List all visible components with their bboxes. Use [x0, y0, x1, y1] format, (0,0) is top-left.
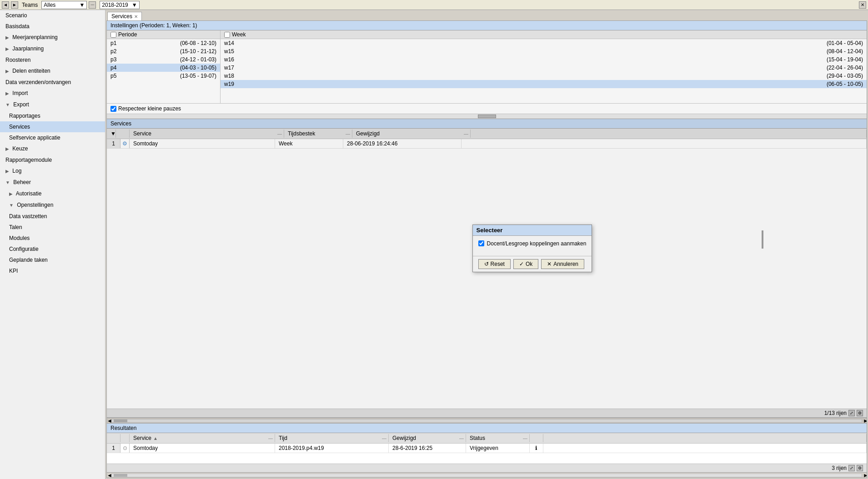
- r-col-info-header: [530, 434, 543, 442]
- periode-select-all-checkbox[interactable]: [110, 32, 116, 38]
- dialog-checkbox[interactable]: [478, 240, 484, 246]
- r-hscroll-right[interactable]: ►: [863, 472, 867, 479]
- r-hscroll-thumb[interactable]: [114, 474, 127, 477]
- dialog-annuleren-button[interactable]: ✕ Annuleren: [541, 259, 584, 269]
- periode-row-p4[interactable]: p4 (04-03 - 10-05): [107, 64, 220, 72]
- sidebar-item-meerjarenplanning[interactable]: ▶ Meerjarenplanning: [0, 32, 105, 43]
- r-col-status-header[interactable]: Status —: [466, 434, 530, 442]
- sidebar-item-rapportages[interactable]: Rapportages: [0, 110, 105, 121]
- sidebar-item-basisdata[interactable]: Basisdata: [0, 21, 105, 32]
- sidebar-item-rapportagemodule[interactable]: Rapportagemodule: [0, 155, 105, 165]
- services-footer: 1/13 rijen ⤢ ⚙: [107, 409, 867, 417]
- hscroll-right[interactable]: ►: [863, 418, 867, 424]
- sidebar-item-log[interactable]: ▶ Log: [0, 165, 105, 177]
- dialog-reset-button[interactable]: ↺ Reset: [478, 259, 511, 269]
- tab-close-icon[interactable]: ✕: [134, 14, 138, 19]
- year-value: 2018-2019: [102, 2, 128, 8]
- back-button[interactable]: ◄: [2, 1, 9, 9]
- periode-row-p3[interactable]: p3 (24-12 - 01-03): [107, 55, 220, 64]
- sidebar-item-talen[interactable]: Talen: [0, 222, 105, 233]
- week-select-all-checkbox[interactable]: [224, 32, 230, 38]
- periode-row-p5[interactable]: p5 (13-05 - 19-07): [107, 72, 220, 80]
- sidebar-item-label: Data verzenden/ontvangen: [5, 79, 71, 85]
- more-button[interactable]: ···: [89, 1, 96, 9]
- r-gewijzigd-resize[interactable]: —: [459, 436, 462, 441]
- filter-icon[interactable]: ▼: [107, 130, 116, 138]
- sidebar-item-roosteren[interactable]: Roosteren: [0, 55, 105, 65]
- r-col-service-header[interactable]: Service ▲ —: [130, 434, 275, 442]
- hscroll-track[interactable]: [111, 419, 862, 423]
- hscroll-thumb[interactable]: [114, 419, 127, 422]
- h-scroll-thumb-instellingen[interactable]: [478, 115, 496, 118]
- toggle-icon: ▶: [9, 191, 13, 196]
- r-settings-icon[interactable]: ⚙: [857, 465, 863, 471]
- sidebar-item-data-vastzetten[interactable]: Data vastzetten: [0, 211, 105, 222]
- sidebar-item-beheer[interactable]: ▼ Beheer: [0, 177, 105, 188]
- sidebar-item-delen-entiteiten[interactable]: ▶ Delen entiteiten: [0, 65, 105, 77]
- sidebar-item-scenario[interactable]: Scenario: [0, 10, 105, 21]
- resultaten-section: Resultaten Service ▲ — Tijd — Gew: [107, 423, 867, 478]
- periode-row-p2[interactable]: p2 (15-10 - 21-12): [107, 47, 220, 55]
- r-col-icon-header: [120, 434, 130, 442]
- window-close-button[interactable]: ✕: [859, 1, 866, 9]
- r-service-resize[interactable]: —: [268, 436, 271, 441]
- r-row-num: 1: [107, 444, 120, 453]
- expand-icon[interactable]: ⤢: [848, 410, 855, 416]
- sidebar-item-geplande-taken[interactable]: Geplande taken: [0, 254, 105, 265]
- week-row-w19[interactable]: w19 (06-05 - 10-05): [221, 80, 867, 88]
- r-col-tijd-header[interactable]: Tijd —: [275, 434, 389, 442]
- r-row-icon: ⊙: [120, 444, 130, 453]
- week-row-w18[interactable]: w18 (29-04 - 03-05): [221, 72, 867, 80]
- r-expand-icon[interactable]: ⤢: [848, 465, 855, 471]
- year-dropdown[interactable]: 2018-2019 ▼: [100, 1, 139, 9]
- toggle-icon: ▶: [5, 46, 9, 51]
- dialog-ok-button[interactable]: ✓ Ok: [513, 259, 538, 269]
- week-row-w14[interactable]: w14 (01-04 - 05-04): [221, 39, 867, 47]
- sidebar-item-openstellingen[interactable]: ▼ Openstellingen: [0, 200, 105, 211]
- dialog-checkbox-label: Docent/Lesgroep koppelingen aanmaken: [487, 240, 587, 247]
- services-row-1[interactable]: 1 ⚙ Somtoday Week 28-06-2019 16:24:46: [107, 139, 867, 149]
- r-row-icon-symbol: ⊙: [123, 445, 127, 451]
- sidebar-item-autorisatie[interactable]: ▶ Autorisatie: [0, 188, 105, 200]
- dialog-title: Selecteer: [473, 225, 592, 236]
- r-hscroll-track[interactable]: [111, 474, 862, 477]
- week-row-w17[interactable]: w17 (22-04 - 26-04): [221, 64, 867, 72]
- week-row-w16[interactable]: w16 (15-04 - 19-04): [221, 55, 867, 64]
- r-tijd-resize[interactable]: —: [382, 436, 385, 441]
- teams-dropdown[interactable]: Alles ▼: [41, 1, 87, 9]
- sidebar-item-export[interactable]: ▼ Export: [0, 99, 105, 110]
- services-row-count: 1/13 rijen: [824, 410, 847, 416]
- sidebar-item-data-verzenden[interactable]: Data verzenden/ontvangen: [0, 77, 105, 88]
- r-service-gewijzigd: 28-6-2019 16:25: [389, 444, 466, 453]
- periode-row-p1[interactable]: p1 (06-08 - 12-10): [107, 39, 220, 47]
- sidebar-item-keuze[interactable]: ▶ Keuze: [0, 143, 105, 155]
- sidebar-item-configuratie[interactable]: Configuratie: [0, 244, 105, 254]
- toggle-icon: ▼: [5, 102, 10, 107]
- col-gewijzigd-header[interactable]: Gewijzigd —: [352, 130, 471, 138]
- forward-button[interactable]: ►: [11, 1, 18, 9]
- sidebar-item-jaarplanning[interactable]: ▶ Jaarplanning: [0, 43, 105, 55]
- sidebar-item-label: Scenario: [5, 12, 27, 19]
- resultaten-row-1[interactable]: 1 ⊙ Somtoday 2018-2019.p4.w19 28-6-2019 …: [107, 444, 867, 453]
- sidebar-item-services[interactable]: Services: [0, 121, 105, 132]
- respecteer-pauzes-label: Respecteer kleine pauzes: [118, 105, 181, 112]
- tab-services[interactable]: Services ✕: [107, 12, 142, 20]
- respecteer-pauzes-checkbox[interactable]: [110, 106, 116, 112]
- service-col-resize[interactable]: —: [277, 131, 280, 136]
- sidebar-item-import[interactable]: ▶ Import: [0, 88, 105, 99]
- settings-icon[interactable]: ⚙: [857, 410, 863, 416]
- sidebar-item-kpi[interactable]: KPI: [0, 265, 105, 276]
- r-hscroll-left[interactable]: ◄: [107, 472, 110, 479]
- week-row-w15[interactable]: w15 (08-04 - 12-04): [221, 47, 867, 55]
- col-tijdsbestek-header[interactable]: Tijdsbestek —: [284, 130, 352, 138]
- r-info-icon[interactable]: ℹ: [530, 444, 543, 453]
- hscroll-left[interactable]: ◄: [107, 418, 110, 424]
- sidebar-item-modules[interactable]: Modules: [0, 233, 105, 244]
- sidebar-item-label: Modules: [9, 235, 30, 241]
- sidebar-item-selfservice[interactable]: Selfservice applicatie: [0, 132, 105, 143]
- tijdsbestek-col-resize[interactable]: —: [346, 131, 348, 136]
- r-col-gewijzigd-header[interactable]: Gewijzigd —: [389, 434, 466, 442]
- col-service-header[interactable]: Service —: [130, 130, 284, 138]
- r-status-resize[interactable]: —: [523, 436, 526, 441]
- gewijzigd-col-resize[interactable]: —: [464, 131, 467, 136]
